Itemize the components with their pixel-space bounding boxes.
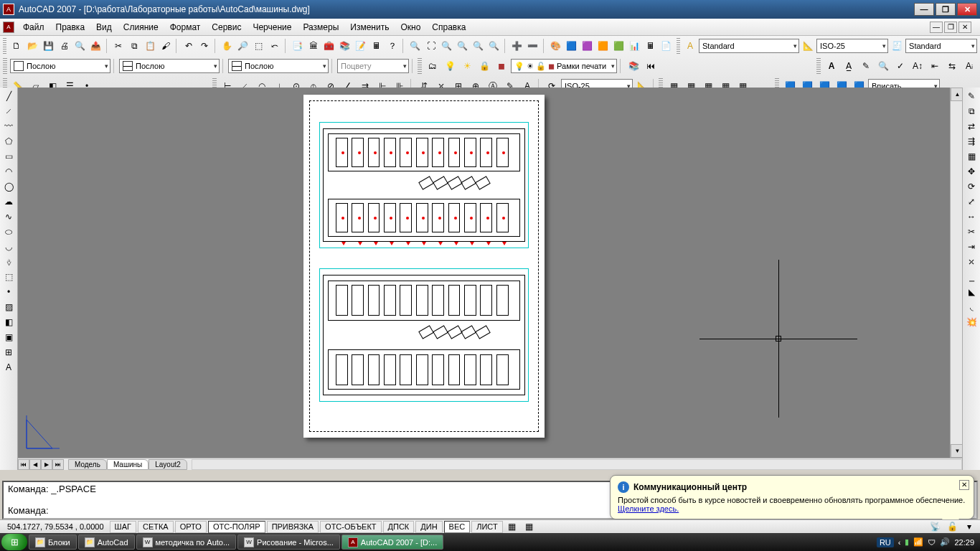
textstyle-combo[interactable]: Standard (699, 39, 799, 53)
zoomctr-button[interactable]: 🔍 (471, 38, 486, 54)
cut-button[interactable]: ✂ (111, 38, 126, 54)
zoom-rt-button[interactable]: 🔎 (236, 38, 250, 54)
text-scale-button[interactable]: A↕ (910, 58, 925, 74)
viewport-2[interactable] (319, 268, 529, 402)
redo-button[interactable]: ↷ (197, 38, 212, 54)
popup-link[interactable]: Щелкните здесь. (618, 504, 679, 513)
minimize-button[interactable]: — (914, 3, 934, 16)
properties-button[interactable]: 📑 (291, 38, 305, 54)
tray-icon[interactable]: ‹ (898, 538, 901, 547)
zoomext-button[interactable]: 🔍 (408, 38, 423, 54)
fillet-tool[interactable]: ◟ (963, 300, 979, 314)
line-tool[interactable]: ╱ (1, 89, 17, 103)
rotate-tool[interactable]: ⟳ (963, 179, 979, 194)
clock[interactable]: 22:29 (954, 538, 974, 547)
scale-tool[interactable]: ⤢ (963, 194, 979, 209)
drawing-canvas[interactable]: ⏮ ◀ ▶ ⏭ Модель Машины Layout2 (18, 88, 962, 470)
text-convert-button[interactable]: ⇆ (944, 58, 960, 74)
array-tool[interactable]: ▦ (963, 149, 979, 164)
text-A-button[interactable]: A (824, 58, 839, 74)
insert-tool[interactable]: ⎀ (1, 255, 17, 269)
hatch-tool[interactable]: ▨ (1, 300, 17, 314)
dimstyle-combo[interactable]: ISO-25 (816, 39, 888, 53)
tab-last-button[interactable]: ⏭ (52, 459, 64, 470)
mtext-tool[interactable]: A (1, 360, 17, 375)
layer-lock-icon[interactable]: 🔒 (476, 58, 492, 74)
layer-freeze-icon[interactable]: ☀ (459, 58, 475, 74)
text-edit-button[interactable]: ✎ (858, 58, 874, 74)
mdi-close-button[interactable]: ✕ (958, 22, 971, 33)
tab-first-button[interactable]: ⏮ (18, 459, 29, 470)
zoomall-button[interactable]: ⛶ (424, 38, 438, 54)
close-button[interactable]: ✕ (957, 3, 977, 16)
tab-mashiny[interactable]: Машины (107, 459, 149, 470)
render5-button[interactable]: 🟩 (611, 38, 626, 54)
text-style-button[interactable]: Aᵢ (961, 58, 977, 74)
menu-service[interactable]: Сервис (206, 21, 247, 34)
zoomscale-button[interactable]: 🔍 (456, 38, 470, 54)
commcenter-icon[interactable]: 📡 (927, 519, 943, 534)
matchprop-button[interactable]: 🖌 (159, 38, 173, 54)
move-tool[interactable]: ✥ (963, 164, 979, 179)
block-tool[interactable]: ⬚ (1, 270, 17, 284)
publish-button[interactable]: 📤 (89, 38, 103, 54)
text-spell-button[interactable]: ✓ (892, 58, 908, 74)
rectangle-tool[interactable]: ▭ (1, 149, 17, 164)
layer-color-icon[interactable]: ◼ (494, 58, 509, 74)
copy-button[interactable]: ⧉ (127, 38, 141, 54)
layerstate-button[interactable]: 📚 (626, 58, 641, 74)
textstyle-icon[interactable]: A (683, 38, 697, 54)
tab-prev-button[interactable]: ◀ (29, 459, 41, 470)
render4-button[interactable]: 🟧 (595, 38, 610, 54)
offset-tool[interactable]: ⇶ (963, 134, 979, 149)
render1-button[interactable]: 🎨 (548, 38, 562, 54)
tray-icon[interactable]: ▮ (905, 537, 909, 547)
designcenter-button[interactable]: 🏛 (306, 38, 321, 54)
taskbar-item-active[interactable]: AAutoCAD 2007 - [D:... (341, 534, 443, 550)
sheetset-button[interactable]: 📚 (338, 38, 352, 54)
render3-button[interactable]: 🟪 (580, 38, 594, 54)
zoomout-button[interactable]: ➖ (526, 38, 540, 54)
polar-toggle[interactable]: ОТС-ПОЛЯР (208, 521, 265, 533)
pan-button[interactable]: ✋ (220, 38, 235, 54)
chamfer-tool[interactable]: ◣ (963, 285, 979, 299)
menu-window[interactable]: Окно (395, 21, 426, 34)
taskbar-item[interactable]: 📁AutoCad (78, 534, 135, 550)
popup-close-button[interactable]: ✕ (959, 480, 969, 490)
layer-combo[interactable]: 💡☀🔓◼ Рамки печати (511, 59, 617, 73)
tablestyle-combo[interactable]: Standard (905, 39, 977, 53)
markupset-button[interactable]: 📝 (354, 38, 368, 54)
render6-button[interactable]: 📊 (627, 38, 641, 54)
language-indicator[interactable]: RU (877, 537, 894, 547)
linetype-combo[interactable]: Послою (119, 59, 220, 73)
color-combo[interactable]: Послою (10, 59, 110, 73)
zoomin-button[interactable]: ➕ (510, 38, 524, 54)
circle-tool[interactable]: ◯ (1, 179, 17, 194)
menu-modify[interactable]: Изменить (344, 21, 395, 34)
render7-button[interactable]: 🖩 (643, 38, 657, 54)
tray-icon[interactable]: 🛡 (928, 538, 936, 547)
zoomdyn-button[interactable]: 🔍 (440, 38, 454, 54)
toolbar-grip[interactable] (418, 58, 422, 74)
zoomobj-button[interactable]: 🔍 (487, 38, 501, 54)
render8-button[interactable]: 📄 (659, 38, 674, 54)
polygon-tool[interactable]: ⬠ (1, 134, 17, 149)
menu-format[interactable]: Формат (164, 21, 207, 34)
trim-tool[interactable]: ✂ (963, 225, 979, 239)
dimstyle-icon[interactable]: 📐 (801, 38, 815, 54)
text-find-button[interactable]: 🔍 (875, 58, 891, 74)
ellipsearc-tool[interactable]: ◡ (1, 240, 17, 254)
maximize-button[interactable]: ❐ (936, 3, 956, 16)
model-paper-toggle[interactable]: ЛИСТ (471, 521, 502, 533)
volume-icon[interactable]: 🔊 (940, 537, 950, 547)
menu-file[interactable]: Файл (17, 21, 50, 34)
menu-draw[interactable]: Черчение (247, 21, 297, 34)
horizontal-scrollbar[interactable] (192, 459, 962, 470)
table-tool[interactable]: ⊞ (1, 345, 17, 359)
pline-tool[interactable]: 〰 (1, 119, 17, 133)
gradient-tool[interactable]: ◧ (1, 315, 17, 329)
tab-next-button[interactable]: ▶ (41, 459, 52, 470)
layer-on-icon[interactable]: 💡 (442, 58, 458, 74)
lwt-toggle[interactable]: ВЕС (444, 521, 471, 533)
text-justify-button[interactable]: ⇤ (927, 58, 943, 74)
